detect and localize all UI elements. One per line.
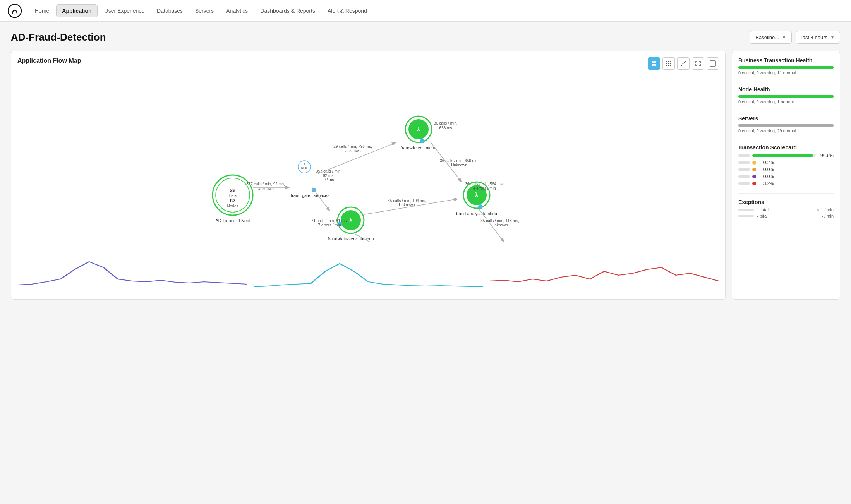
grid-view-btn[interactable] <box>662 57 675 70</box>
nav-analytics[interactable]: Analytics <box>221 5 253 17</box>
svg-point-0 <box>8 4 21 17</box>
scatter-btn[interactable] <box>677 57 690 70</box>
transaction-scorecard-section: Transaction Scorecard 96.6% 0.2% <box>738 144 834 188</box>
svg-text:Unknown: Unknown <box>492 223 508 227</box>
ts-title: Transaction Scorecard <box>738 144 834 151</box>
svg-point-14 <box>681 65 682 66</box>
flow-map-toolbar <box>648 57 719 70</box>
expand-btn[interactable] <box>692 57 704 70</box>
scorecard-row-2: 0.2% <box>738 160 834 165</box>
bt-status: 0 critical, 0 warning, 11 normal <box>738 70 834 75</box>
svg-rect-5 <box>666 61 667 62</box>
main-layout: Application Flow Map <box>11 51 840 300</box>
node-fraud-detec[interactable]: λ fraud-detec...ntend <box>401 116 436 150</box>
nav-home[interactable]: Home <box>29 5 55 17</box>
flow-map-svg: 22 Tiers 87 Nodes AD-Financial-Next 357 … <box>17 67 719 242</box>
svg-text:AD-Financial-Next: AD-Financial-Next <box>215 218 250 223</box>
svg-rect-18 <box>710 61 715 66</box>
nav-application[interactable]: Application <box>56 4 97 17</box>
sc-dot-5 <box>752 182 756 185</box>
sc-dot-2 <box>752 161 756 165</box>
srv-title: Servers <box>738 115 834 122</box>
svg-text:656 ms: 656 ms <box>439 126 452 130</box>
svg-text:7 errors / min: 7 errors / min <box>318 223 341 227</box>
divider-2 <box>738 110 834 110</box>
svg-text:36 calls / min,: 36 calls / min, <box>434 121 457 125</box>
svg-text:Node: Node <box>301 166 308 169</box>
srv-bar-fill <box>738 124 834 127</box>
svg-text:Unknown: Unknown <box>345 149 361 153</box>
baseline-dropdown[interactable]: Baseline... ▼ <box>750 31 792 44</box>
svg-rect-13 <box>670 65 671 66</box>
nh-title: Node Health <box>738 86 834 93</box>
exc-bar-1 <box>738 209 754 211</box>
sc-label-4 <box>738 175 750 178</box>
svg-text:29 calls / min, 796 ms,: 29 calls / min, 796 ms, <box>333 144 372 149</box>
sc-dot-4 <box>752 175 756 178</box>
nh-bar-track <box>738 95 834 98</box>
srv-bar-track <box>738 124 834 127</box>
fullscreen-btn[interactable] <box>707 57 719 70</box>
time-label: last 4 hours <box>801 34 827 40</box>
flow-map-title: Application Flow Map <box>17 57 719 64</box>
svg-rect-2 <box>654 61 656 63</box>
svg-text:22: 22 <box>230 187 235 193</box>
flow-view-btn[interactable] <box>648 57 660 70</box>
nav-databases[interactable]: Databases <box>151 5 188 17</box>
svg-text:35 calls / min, 118 ms,: 35 calls / min, 118 ms, <box>480 219 519 223</box>
nav-dashboards[interactable]: Dashboards & Reports <box>255 5 321 17</box>
svg-point-54 <box>478 204 483 209</box>
sc-pct-3: 0.0% <box>760 167 774 172</box>
exception-row-1: 1 total < 1 / min <box>738 207 834 212</box>
chart-divider-2 <box>486 254 486 295</box>
svg-text:36 calls / min, 656 ms,: 36 calls / min, 656 ms, <box>440 159 478 163</box>
nav-user-experience[interactable]: User Experience <box>99 5 150 17</box>
sc-fill-1 <box>752 154 813 157</box>
scorecard-row-5: 3.2% <box>738 181 834 186</box>
exception-row-2: - total - / min <box>738 214 834 218</box>
svg-rect-11 <box>666 65 667 66</box>
svg-text:fraud-analys...lambda: fraud-analys...lambda <box>456 211 498 216</box>
svg-line-38 <box>312 187 329 211</box>
svg-rect-9 <box>668 63 669 64</box>
page-title: AD-Fraud-Detection <box>11 31 106 43</box>
svg-text:92 ms: 92 ms <box>323 178 334 182</box>
divider-1 <box>738 81 834 81</box>
nh-status: 0 critical, 0 warning, 1 normal <box>738 99 834 104</box>
exc-bar-2 <box>738 215 754 217</box>
sc-pct-1: 96.6% <box>820 153 834 158</box>
svg-text:92 ms,: 92 ms, <box>323 173 335 178</box>
svg-text:36 calls / min, 564 ms,: 36 calls / min, 564 ms, <box>465 182 503 186</box>
time-dropdown[interactable]: last 4 hours ▼ <box>796 31 840 44</box>
navbar: Home Application User Experience Databas… <box>0 0 851 22</box>
scorecard-row-1: 96.6% <box>738 153 834 158</box>
svg-text:71 calls / min, 51 ms,: 71 calls / min, 51 ms, <box>311 219 348 223</box>
servers-section: Servers 0 critical, 0 warning, 29 normal <box>738 115 834 133</box>
time-arrow-icon: ▼ <box>830 35 834 39</box>
header-controls: Baseline... ▼ last 4 hours ▼ <box>750 31 840 44</box>
nav-servers[interactable]: Servers <box>190 5 219 17</box>
svg-point-17 <box>685 61 686 62</box>
chart-red <box>489 254 719 295</box>
chart-purple <box>17 254 247 295</box>
svg-text:Unknown: Unknown <box>399 203 415 207</box>
svg-text:1: 1 <box>304 163 305 166</box>
nh-bar-fill <box>738 95 834 98</box>
svg-rect-10 <box>670 63 671 64</box>
chart-divider-1 <box>250 254 250 295</box>
exc-total-2: - total <box>757 214 818 218</box>
svg-rect-8 <box>666 63 667 64</box>
nav-alert[interactable]: Alert & Respond <box>322 5 372 17</box>
svg-text:36 calls / min, 128 ms,: 36 calls / min, 128 ms, <box>338 241 376 242</box>
svg-rect-1 <box>652 61 654 63</box>
svg-text:87: 87 <box>230 198 235 204</box>
bt-bar-fill <box>738 66 834 69</box>
svg-rect-12 <box>668 65 669 66</box>
flow-map-container: Application Flow Map <box>11 51 725 249</box>
exc-title: Exeptions <box>738 199 834 205</box>
svg-text:Nodes: Nodes <box>227 204 238 208</box>
sc-dot-3 <box>752 168 756 171</box>
right-panel: Business Transaction Health 0 critical, … <box>732 51 840 300</box>
chart-cyan <box>254 254 483 295</box>
bt-bar-track <box>738 66 834 69</box>
